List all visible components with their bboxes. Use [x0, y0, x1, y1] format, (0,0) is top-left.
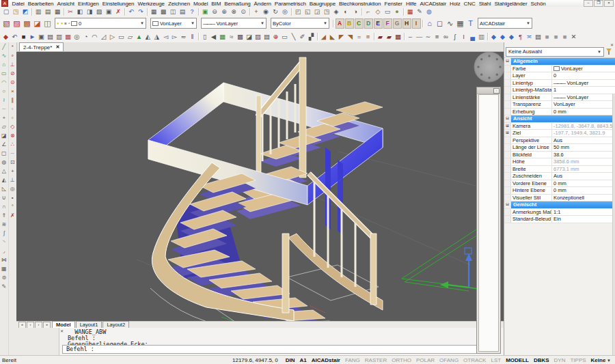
layer-sun-icon[interactable]: ● [61, 21, 64, 25]
property-value[interactable]: 0 mm [552, 109, 615, 115]
menu-stahl[interactable]: Stahl [477, 1, 493, 7]
camera-icon[interactable]: ◎ [280, 8, 290, 16]
spline-icon[interactable]: ≀ [0, 96, 8, 104]
property-row[interactable]: FarbeVonLayer [504, 66, 615, 73]
corner-icon[interactable]: ◪ [245, 32, 254, 41]
property-value[interactable]: Aus [552, 137, 615, 144]
property-row[interactable]: Breite6773.1 mm [504, 166, 615, 173]
view-top-icon[interactable]: ◰ [293, 8, 303, 16]
text-style-icon[interactable]: T [465, 18, 476, 29]
point-icon[interactable]: • [9, 193, 16, 202]
cone-icon[interactable]: ◭ [0, 176, 8, 184]
menu-zeichnen[interactable]: Zeichnen [166, 1, 191, 7]
snap-node-icon[interactable]: ▫ [9, 113, 16, 122]
window-minimize-icon[interactable]: – [584, 0, 593, 7]
open-icon[interactable]: ◳ [11, 8, 20, 16]
lines-icon[interactable]: ≡ [433, 32, 441, 41]
view-front-icon[interactable]: ◱ [303, 8, 312, 16]
save-icon[interactable]: ◩ [20, 8, 30, 16]
status-toggle-otrack[interactable]: OTRACK [463, 357, 486, 363]
union-icon[interactable]: ∪ [0, 193, 8, 202]
status-toggle-keine[interactable]: Keine ▼ [591, 357, 611, 363]
property-value[interactable]: ———VonLayer [552, 94, 615, 101]
property-row[interactable]: Standard-BeleudEin [504, 216, 615, 223]
palette-header[interactable]: ▫ [477, 87, 500, 94]
plotstyle-dropdown[interactable]: ByColor▼ [271, 18, 329, 29]
red-grid-icon[interactable]: ▦ [394, 32, 402, 41]
snap-perp-icon[interactable]: ⊥ [9, 60, 16, 69]
sweep-icon[interactable]: ∫ [0, 229, 8, 238]
play-icon[interactable]: ► [28, 32, 37, 41]
divider-handle[interactable]: ┄ [0, 104, 8, 113]
property-row[interactable]: Layer0 [504, 72, 615, 80]
image-icon[interactable]: ▥ [477, 32, 486, 41]
status-toggle-raster[interactable]: RASTER [365, 357, 387, 363]
annotate-icon[interactable]: ✎ [415, 8, 424, 16]
snap-parallel-icon[interactable]: ∥ [9, 96, 16, 104]
right-tool-icon[interactable]: ▻ [170, 32, 179, 41]
menu-einstellungen[interactable]: Einstellungen [100, 1, 136, 7]
expand-icon[interactable]: ⊞ [504, 123, 511, 130]
loft-icon[interactable]: ≋ [0, 220, 8, 229]
view-left-icon[interactable]: ◲ [312, 8, 322, 16]
snap-center-icon[interactable]: ⊙ [9, 78, 16, 87]
polygon-icon[interactable]: ⌂ [0, 60, 8, 69]
angle2-icon[interactable]: ◮ [152, 32, 161, 41]
gray2-icon[interactable]: ■ [551, 32, 560, 41]
floating-palette[interactable]: ▫ [476, 87, 501, 354]
block-editor-icon[interactable]: ▣ [104, 8, 113, 16]
delete-red-icon[interactable]: ✗ [9, 211, 16, 220]
pen-icon[interactable]: ✐ [298, 32, 307, 41]
navigation-wheel[interactable] [474, 52, 504, 82]
subtract-icon[interactable]: ∩ [0, 202, 8, 211]
web-icon[interactable]: ◍ [424, 8, 434, 16]
wood-plank-icon[interactable]: ◣ [328, 32, 337, 41]
link-icon[interactable]: ∞ [441, 32, 450, 41]
snap-tangent-icon[interactable]: ⊗ [9, 131, 16, 140]
property-row[interactable]: Hintere Ebene0 mm [504, 187, 615, 195]
property-value[interactable]: VonLayer [552, 101, 615, 108]
status-toggle-din[interactable]: DIN [286, 357, 295, 363]
orbit-icon[interactable]: ◉ [261, 8, 271, 16]
select-window-icon[interactable]: ⊡ [9, 158, 16, 167]
table-icon[interactable]: ▦ [149, 8, 159, 16]
viewport-canvas[interactable] [16, 52, 504, 321]
menu-model[interactable]: Model [192, 1, 210, 7]
layer-bulb-icon[interactable]: ● [57, 21, 59, 25]
property-value[interactable]: 0 mm [552, 180, 615, 187]
copy-icon[interactable]: ◧ [75, 8, 85, 16]
menu-cnc[interactable]: CNC [462, 1, 477, 7]
property-value[interactable]: ———VonLayer [552, 80, 615, 87]
window-tool-icon[interactable]: ▣ [37, 32, 46, 41]
property-section-header[interactable]: ⊟Gemischt [504, 201, 615, 209]
gray1-icon[interactable]: ■ [543, 32, 551, 41]
snap-none-icon[interactable]: ⊘ [9, 69, 16, 78]
chamfer-icon[interactable]: ◞ [0, 247, 8, 255]
wood-beam-icon[interactable]: ◢ [319, 32, 328, 41]
tabs-first-button[interactable]: « [18, 322, 26, 328]
rotate-view-icon[interactable]: ↻ [271, 8, 280, 16]
menu-einfgen[interactable]: Einfügen [76, 1, 100, 7]
layer-print-icon[interactable]: ▪ [68, 21, 70, 25]
publish-icon[interactable]: ▦ [53, 8, 62, 16]
iso-view-icon[interactable]: ◈ [331, 8, 341, 16]
menu-datei[interactable]: Datei [10, 1, 26, 7]
status-toggle-modell[interactable]: MODELL [506, 357, 529, 363]
rectangle-icon[interactable]: ▭ [0, 69, 8, 78]
property-row[interactable]: Anmerkungs Maß1:1 [504, 209, 615, 216]
target-icon[interactable]: ◎ [9, 184, 16, 193]
property-value[interactable]: Ein [552, 216, 615, 223]
status-toggle-aicadstair[interactable]: AICADstair [312, 357, 340, 363]
cut-icon[interactable]: ✂ [66, 8, 75, 16]
arc-icon[interactable]: ◠ [0, 78, 8, 87]
roof2-icon[interactable]: ◆ [498, 32, 507, 41]
favorite-b-button[interactable]: B [345, 18, 354, 29]
brush-icon[interactable]: ◪ [0, 131, 8, 140]
ucs-world-icon[interactable]: ◇ [373, 8, 383, 16]
pyramid-icon[interactable]: △ [0, 167, 8, 176]
poly-icon[interactable]: ▱ [126, 32, 135, 41]
home-view-icon[interactable]: ⌂ [424, 18, 435, 29]
property-row[interactable]: Länge der Linse50 mm [504, 144, 615, 152]
property-row[interactable]: Linienstärke———VonLayer [504, 94, 615, 102]
favorite-e-button[interactable]: E [374, 18, 383, 29]
